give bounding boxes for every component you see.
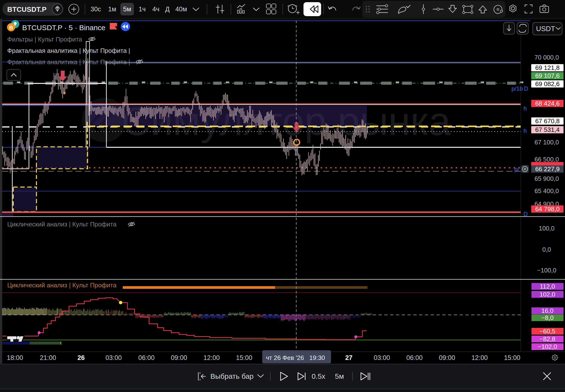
- svg-text:70 000,0: 70 000,0: [534, 54, 559, 61]
- svg-text:h: h: [523, 105, 527, 112]
- svg-text:Фрактальная аналитика | Культ: Фрактальная аналитика | Культ Профита |: [7, 47, 130, 54]
- svg-text:15:00: 15:00: [504, 354, 520, 361]
- svg-text:69 082,6: 69 082,6: [535, 80, 559, 87]
- svg-text:Выбрать бар: Выбрать бар: [210, 372, 254, 380]
- svg-text:67 100,0: 67 100,0: [534, 139, 559, 146]
- svg-text:5м: 5м: [123, 6, 131, 13]
- svg-text:BTCUSDT.P: BTCUSDT.P: [7, 6, 46, 13]
- svg-text:19:30: 19:30: [309, 354, 325, 361]
- svg-text:27: 27: [345, 354, 352, 361]
- svg-text:h: h: [523, 127, 527, 134]
- svg-text:30с: 30с: [90, 6, 101, 13]
- svg-text:16,0: 16,0: [541, 307, 554, 314]
- svg-text:69 121,8: 69 121,8: [535, 64, 559, 71]
- svg-text:69 107,6: 69 107,6: [535, 72, 559, 79]
- svg-text:−82,8: −82,8: [539, 335, 555, 343]
- svg-text:09:00: 09:00: [171, 354, 187, 361]
- svg-text:Циклический анализ | Культ Про: Циклический анализ | Культ Профита: [7, 281, 116, 289]
- svg-text:5м: 5м: [335, 372, 344, 380]
- svg-text:−8,0: −8,0: [541, 314, 553, 321]
- svg-text:12:00: 12:00: [471, 354, 488, 361]
- svg-text:66 227,9: 66 227,9: [535, 165, 559, 173]
- svg-text:B: B: [9, 25, 13, 31]
- svg-text:−100,0: −100,0: [537, 267, 556, 274]
- svg-text:BTCUSDT.P · 5 · Binance: BTCUSDT.P · 5 · Binance: [22, 24, 105, 32]
- svg-text:65 900,0: 65 900,0: [534, 175, 559, 182]
- svg-text:4ч: 4ч: [152, 6, 159, 13]
- svg-text:Фрактальная аналитика | Культ: Фрактальная аналитика | Культ Профита |: [7, 58, 130, 66]
- svg-text:−60,5: −60,5: [539, 328, 555, 335]
- svg-text:64 798,0: 64 798,0: [535, 205, 559, 213]
- svg-text:p/1b: p/1b: [511, 85, 523, 92]
- svg-text:65 400,0: 65 400,0: [534, 187, 559, 195]
- svg-text:Д: Д: [165, 6, 170, 13]
- svg-text:чт 26 Фев '26: чт 26 Фев '26: [266, 354, 304, 361]
- svg-text:1м: 1м: [108, 6, 116, 13]
- svg-text:p/: p/: [514, 166, 519, 172]
- svg-text:Циклический анализ | Культ Про: Циклический анализ | Культ Профита: [7, 221, 116, 228]
- svg-text:1ч: 1ч: [138, 6, 145, 13]
- svg-text:03:00: 03:00: [105, 354, 122, 361]
- svg-text:21:00: 21:00: [40, 354, 56, 361]
- svg-text:12:00: 12:00: [203, 354, 220, 361]
- svg-text:0.5x: 0.5x: [312, 372, 325, 380]
- svg-text:66 500,0: 66 500,0: [534, 156, 559, 163]
- svg-text:USDT: USDT: [536, 25, 555, 33]
- svg-text:40м: 40м: [175, 6, 187, 13]
- svg-text:09:00: 09:00: [439, 354, 455, 361]
- svg-text:26: 26: [77, 354, 85, 361]
- svg-text:112,0: 112,0: [540, 283, 555, 290]
- svg-text:18:00: 18:00: [7, 354, 23, 361]
- svg-text:06:00: 06:00: [138, 354, 155, 361]
- svg-text:15:00: 15:00: [236, 354, 252, 361]
- svg-text:06:00: 06:00: [406, 354, 423, 361]
- svg-text:102,0: 102,0: [539, 291, 555, 298]
- svg-text:Фильтры | Культ Профита: Фильтры | Культ Профита: [7, 36, 82, 43]
- svg-text:D: D: [524, 85, 528, 92]
- svg-text:−102,0: −102,0: [538, 343, 557, 350]
- svg-text:68 424,6: 68 424,6: [535, 100, 559, 107]
- svg-text:67 670,8: 67 670,8: [535, 117, 559, 125]
- svg-text:D: D: [523, 211, 528, 217]
- svg-text:67 531,4: 67 531,4: [535, 126, 559, 133]
- svg-text:100,0: 100,0: [539, 225, 554, 232]
- svg-text:03:00: 03:00: [374, 354, 390, 361]
- svg-text:0,0: 0,0: [542, 246, 551, 253]
